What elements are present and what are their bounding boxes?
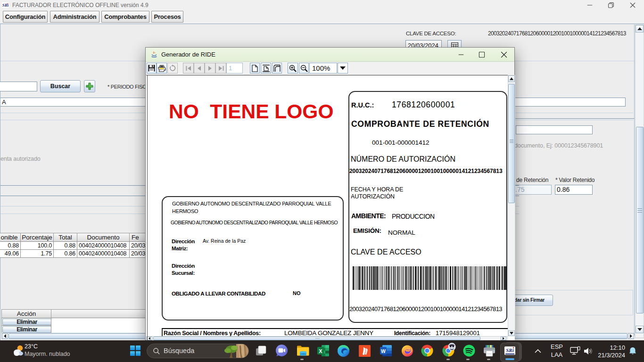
menu-comprobantes[interactable]: Comprobantes <box>101 11 149 23</box>
start-button[interactable] <box>130 345 141 356</box>
zoom-in-button[interactable] <box>288 63 298 74</box>
zoom-out-button[interactable] <box>299 63 309 74</box>
last-page-icon <box>218 66 224 71</box>
next-page-button[interactable] <box>205 63 215 74</box>
first-page-button[interactable] <box>183 63 194 74</box>
app-menubar: Configuración Administración Comprobante… <box>0 10 644 24</box>
search-input[interactable] <box>0 82 37 91</box>
fit-page-button[interactable] <box>272 63 282 74</box>
notification-bell-button[interactable] <box>629 347 636 356</box>
table-cell[interactable]: 004024000010408 <box>77 249 130 258</box>
eliminar-button[interactable]: Eliminar <box>2 319 51 325</box>
table-cell[interactable]: 0.86 <box>53 249 77 258</box>
sri-logo-dot <box>7 3 8 4</box>
zoom-dropdown-button[interactable] <box>338 63 348 74</box>
file-explorer-button[interactable] <box>297 345 309 357</box>
separator-line <box>514 118 635 119</box>
spotify-icon <box>463 345 475 357</box>
col-header-documento[interactable]: Documento <box>77 233 130 242</box>
spotify-button[interactable] <box>463 345 475 357</box>
sri-app-button[interactable]: SRi <box>500 343 520 362</box>
col-header-porcentaje[interactable]: Porcentaje <box>20 233 54 242</box>
chrome-button[interactable] <box>421 345 433 357</box>
menu-configuracion[interactable]: Configuración <box>3 11 48 23</box>
hscroll-left-button[interactable] <box>2 333 8 339</box>
modal-minimize-button[interactable] <box>452 48 471 62</box>
prev-page-button[interactable] <box>194 63 205 74</box>
language-indicator[interactable]: ESP LAA <box>548 343 565 360</box>
last-page-button[interactable] <box>215 63 226 74</box>
tray-expand-button[interactable] <box>533 346 543 355</box>
eliminar-button[interactable]: Eliminar <box>2 326 51 333</box>
modal-maximize-button[interactable] <box>472 48 491 62</box>
documento-input[interactable] <box>516 125 593 134</box>
volume-tray-button[interactable] <box>583 346 594 356</box>
col-header-accion[interactable]: Acción <box>1 309 51 318</box>
task-view-button[interactable] <box>256 346 266 356</box>
col-header-disponible[interactable]: onible <box>0 233 21 242</box>
chevron-up-icon <box>535 349 541 353</box>
valor-retenido-input[interactable]: 0.86 <box>555 185 593 195</box>
table-cell[interactable]: 1.75 <box>20 249 54 258</box>
table-cell[interactable]: 100.0 <box>20 241 54 250</box>
weather-temp[interactable]: 23°C <box>25 343 38 350</box>
add-button[interactable] <box>84 80 95 92</box>
save-icon <box>148 65 155 72</box>
printer-app-button[interactable] <box>483 345 496 357</box>
word-button[interactable]: W <box>380 345 392 356</box>
viewer-vscroll-thumb[interactable] <box>508 84 515 203</box>
porcentaje-input[interactable]: .75 <box>514 185 552 195</box>
table-cell[interactable]: 004024000010408 <box>77 241 130 250</box>
sri-app-logo-dot <box>513 347 514 348</box>
zoom-combobox[interactable]: 100% <box>309 63 337 74</box>
table-cell[interactable]: 49.06 <box>0 249 21 258</box>
pdf-app-button[interactable] <box>359 345 371 357</box>
windows-start-icon <box>130 345 141 356</box>
modal-close-button[interactable] <box>495 48 513 62</box>
print-button[interactable] <box>157 63 167 74</box>
minimize-button[interactable] <box>579 0 600 10</box>
vscroll-up-button[interactable] <box>636 25 644 33</box>
tray-time: 12:10 <box>595 344 625 352</box>
menu-procesos[interactable]: Procesos <box>151 11 183 23</box>
actual-size-button[interactable] <box>261 63 271 74</box>
profile-avatar-icon <box>448 343 456 351</box>
vscroll-down-button[interactable] <box>636 326 644 333</box>
table-cell[interactable]: 0.88 <box>0 241 21 250</box>
viewer-vscroll-up-button[interactable] <box>508 75 515 82</box>
first-page-icon <box>186 66 191 71</box>
barcode <box>353 266 506 290</box>
close-button[interactable] <box>622 0 643 10</box>
col-header-total[interactable]: Total <box>53 233 77 242</box>
clave-acceso-doc-label: CLAVE DE ACCESO <box>351 248 421 256</box>
buscar-button[interactable]: Buscar <box>40 80 81 92</box>
weather-widget[interactable] <box>14 345 24 357</box>
refresh-button[interactable] <box>167 63 178 74</box>
svg-text:X: X <box>319 348 322 354</box>
lang-line-1: ESP <box>548 343 565 351</box>
emision-label: EMISIÓN: <box>353 227 381 234</box>
page-number-field[interactable]: 1 <box>226 63 243 74</box>
chat-button[interactable] <box>275 344 288 357</box>
vscroll-thumb[interactable] <box>636 127 644 313</box>
menu-administracion[interactable]: Administración <box>50 11 99 23</box>
edge-button[interactable] <box>337 345 350 357</box>
firefox-button[interactable] <box>401 345 413 357</box>
hscroll-right-button[interactable] <box>628 333 634 339</box>
viewer-hscroll-right-button[interactable] <box>501 337 506 340</box>
chrome-profile-button[interactable] <box>442 345 454 357</box>
maximize-button[interactable] <box>600 0 621 10</box>
clock-tray[interactable]: 12:10 21/3/2024 <box>595 344 625 359</box>
desktop: SRi FACTURADOR ELECTRÓNICO OFFLINE versi… <box>0 0 644 362</box>
viewer-hscroll-thumb[interactable] <box>153 337 480 340</box>
col-header-empty[interactable] <box>51 309 148 318</box>
save-button[interactable] <box>147 63 157 74</box>
table-cell[interactable]: 0.88 <box>53 241 77 250</box>
viewer-vscroll-down-button[interactable] <box>508 330 515 336</box>
sri-logo-icon: SRi <box>2 2 9 8</box>
single-page-button[interactable] <box>250 63 260 74</box>
excel-button[interactable]: X <box>317 345 329 356</box>
network-tray-button[interactable] <box>570 346 580 356</box>
search-box[interactable]: Búsqueda <box>147 344 249 358</box>
weather-condition[interactable]: Mayorm. nublado <box>25 351 70 357</box>
